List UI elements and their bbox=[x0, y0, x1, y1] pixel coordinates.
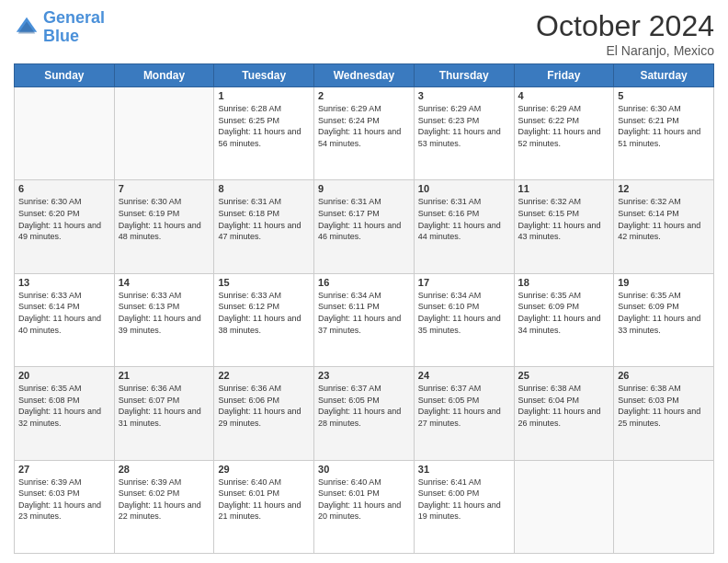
day-info: Sunrise: 6:35 AM Sunset: 6:09 PM Dayligh… bbox=[618, 290, 710, 336]
day-number: 11 bbox=[518, 183, 610, 194]
calendar-day-cell: 24Sunrise: 6:37 AM Sunset: 6:05 PM Dayli… bbox=[414, 367, 514, 460]
day-number: 20 bbox=[18, 370, 110, 381]
day-info: Sunrise: 6:34 AM Sunset: 6:11 PM Dayligh… bbox=[318, 290, 410, 336]
day-info: Sunrise: 6:41 AM Sunset: 6:00 PM Dayligh… bbox=[418, 477, 510, 523]
calendar-day-cell: 4Sunrise: 6:29 AM Sunset: 6:22 PM Daylig… bbox=[514, 87, 614, 180]
weekday-header: Wednesday bbox=[314, 64, 415, 87]
calendar-day-cell: 31Sunrise: 6:41 AM Sunset: 6:00 PM Dayli… bbox=[414, 460, 514, 553]
day-number: 29 bbox=[218, 464, 310, 475]
day-info: Sunrise: 6:40 AM Sunset: 6:01 PM Dayligh… bbox=[218, 477, 310, 523]
calendar-day-cell: 21Sunrise: 6:36 AM Sunset: 6:07 PM Dayli… bbox=[114, 367, 214, 460]
day-number: 31 bbox=[418, 464, 510, 475]
logo-blue: Blue bbox=[43, 28, 105, 46]
day-number: 19 bbox=[618, 277, 710, 288]
weekday-header: Monday bbox=[114, 64, 214, 87]
day-info: Sunrise: 6:36 AM Sunset: 6:06 PM Dayligh… bbox=[218, 383, 310, 429]
day-number: 8 bbox=[218, 183, 310, 194]
title-block: October 2024 El Naranjo, Mexico bbox=[536, 9, 714, 58]
day-number: 23 bbox=[318, 370, 410, 381]
day-info: Sunrise: 6:35 AM Sunset: 6:09 PM Dayligh… bbox=[518, 290, 610, 336]
day-number: 14 bbox=[119, 277, 210, 288]
weekday-header: Friday bbox=[514, 64, 614, 87]
day-info: Sunrise: 6:32 AM Sunset: 6:14 PM Dayligh… bbox=[618, 196, 710, 242]
day-number: 7 bbox=[119, 183, 210, 194]
calendar-day-cell: 3Sunrise: 6:29 AM Sunset: 6:23 PM Daylig… bbox=[414, 87, 514, 180]
calendar-day-cell: 30Sunrise: 6:40 AM Sunset: 6:01 PM Dayli… bbox=[314, 460, 415, 553]
day-info: Sunrise: 6:30 AM Sunset: 6:19 PM Dayligh… bbox=[119, 196, 210, 242]
day-info: Sunrise: 6:37 AM Sunset: 6:05 PM Dayligh… bbox=[418, 383, 510, 429]
day-number: 1 bbox=[218, 90, 310, 101]
calendar-day-cell: 26Sunrise: 6:38 AM Sunset: 6:03 PM Dayli… bbox=[614, 367, 714, 460]
day-number: 5 bbox=[618, 90, 710, 101]
day-number: 28 bbox=[119, 464, 210, 475]
day-info: Sunrise: 6:33 AM Sunset: 6:14 PM Dayligh… bbox=[18, 290, 110, 336]
calendar-day-cell: 5Sunrise: 6:30 AM Sunset: 6:21 PM Daylig… bbox=[614, 87, 714, 180]
day-info: Sunrise: 6:40 AM Sunset: 6:01 PM Dayligh… bbox=[318, 477, 410, 523]
day-number: 22 bbox=[218, 370, 310, 381]
day-number: 21 bbox=[119, 370, 210, 381]
calendar-day-cell: 19Sunrise: 6:35 AM Sunset: 6:09 PM Dayli… bbox=[614, 273, 714, 366]
calendar-day-cell bbox=[114, 87, 214, 180]
day-info: Sunrise: 6:39 AM Sunset: 6:02 PM Dayligh… bbox=[119, 477, 210, 523]
calendar-day-cell bbox=[614, 460, 714, 553]
page: General Blue October 2024 El Naranjo, Me… bbox=[0, 0, 728, 563]
weekday-header: Tuesday bbox=[214, 64, 314, 87]
calendar-day-cell: 15Sunrise: 6:33 AM Sunset: 6:12 PM Dayli… bbox=[214, 273, 314, 366]
calendar-week-row: 13Sunrise: 6:33 AM Sunset: 6:14 PM Dayli… bbox=[15, 273, 714, 366]
day-info: Sunrise: 6:33 AM Sunset: 6:12 PM Dayligh… bbox=[218, 290, 310, 336]
calendar-day-cell: 7Sunrise: 6:30 AM Sunset: 6:19 PM Daylig… bbox=[114, 180, 214, 273]
calendar-day-cell: 6Sunrise: 6:30 AM Sunset: 6:20 PM Daylig… bbox=[15, 180, 115, 273]
calendar-day-cell: 14Sunrise: 6:33 AM Sunset: 6:13 PM Dayli… bbox=[114, 273, 214, 366]
day-number: 6 bbox=[18, 183, 110, 194]
calendar-week-row: 6Sunrise: 6:30 AM Sunset: 6:20 PM Daylig… bbox=[15, 180, 714, 273]
calendar-day-cell: 28Sunrise: 6:39 AM Sunset: 6:02 PM Dayli… bbox=[114, 460, 214, 553]
day-number: 2 bbox=[318, 90, 410, 101]
calendar-day-cell: 13Sunrise: 6:33 AM Sunset: 6:14 PM Dayli… bbox=[15, 273, 115, 366]
day-info: Sunrise: 6:34 AM Sunset: 6:10 PM Dayligh… bbox=[418, 290, 510, 336]
day-number: 27 bbox=[18, 464, 110, 475]
calendar-day-cell: 1Sunrise: 6:28 AM Sunset: 6:25 PM Daylig… bbox=[214, 87, 314, 180]
month-title: October 2024 bbox=[536, 9, 714, 43]
day-info: Sunrise: 6:37 AM Sunset: 6:05 PM Dayligh… bbox=[318, 383, 410, 429]
day-number: 17 bbox=[418, 277, 510, 288]
day-number: 26 bbox=[618, 370, 710, 381]
calendar-day-cell bbox=[15, 87, 115, 180]
calendar-week-row: 27Sunrise: 6:39 AM Sunset: 6:03 PM Dayli… bbox=[15, 460, 714, 553]
day-number: 12 bbox=[618, 183, 710, 194]
day-info: Sunrise: 6:31 AM Sunset: 6:17 PM Dayligh… bbox=[318, 196, 410, 242]
day-info: Sunrise: 6:35 AM Sunset: 6:08 PM Dayligh… bbox=[18, 383, 110, 429]
calendar-day-cell: 22Sunrise: 6:36 AM Sunset: 6:06 PM Dayli… bbox=[214, 367, 314, 460]
day-info: Sunrise: 6:30 AM Sunset: 6:20 PM Dayligh… bbox=[18, 196, 110, 242]
day-info: Sunrise: 6:39 AM Sunset: 6:03 PM Dayligh… bbox=[18, 477, 110, 523]
calendar-day-cell: 10Sunrise: 6:31 AM Sunset: 6:16 PM Dayli… bbox=[414, 180, 514, 273]
day-number: 30 bbox=[318, 464, 410, 475]
logo-text: General Blue bbox=[43, 9, 105, 46]
day-number: 18 bbox=[518, 277, 610, 288]
day-info: Sunrise: 6:31 AM Sunset: 6:16 PM Dayligh… bbox=[418, 196, 510, 242]
weekday-header: Sunday bbox=[15, 64, 115, 87]
day-number: 4 bbox=[518, 90, 610, 101]
calendar-week-row: 1Sunrise: 6:28 AM Sunset: 6:25 PM Daylig… bbox=[15, 87, 714, 180]
calendar-day-cell: 18Sunrise: 6:35 AM Sunset: 6:09 PM Dayli… bbox=[514, 273, 614, 366]
day-number: 3 bbox=[418, 90, 510, 101]
calendar-day-cell bbox=[514, 460, 614, 553]
day-number: 9 bbox=[318, 183, 410, 194]
logo-general: General bbox=[43, 8, 105, 27]
calendar-day-cell: 9Sunrise: 6:31 AM Sunset: 6:17 PM Daylig… bbox=[314, 180, 415, 273]
day-info: Sunrise: 6:31 AM Sunset: 6:18 PM Dayligh… bbox=[218, 196, 310, 242]
logo: General Blue bbox=[14, 9, 105, 46]
location: El Naranjo, Mexico bbox=[536, 43, 714, 58]
day-info: Sunrise: 6:32 AM Sunset: 6:15 PM Dayligh… bbox=[518, 196, 610, 242]
day-number: 16 bbox=[318, 277, 410, 288]
day-number: 25 bbox=[518, 370, 610, 381]
calendar-day-cell: 8Sunrise: 6:31 AM Sunset: 6:18 PM Daylig… bbox=[214, 180, 314, 273]
calendar-day-cell: 20Sunrise: 6:35 AM Sunset: 6:08 PM Dayli… bbox=[15, 367, 115, 460]
calendar-day-cell: 2Sunrise: 6:29 AM Sunset: 6:24 PM Daylig… bbox=[314, 87, 415, 180]
calendar-day-cell: 11Sunrise: 6:32 AM Sunset: 6:15 PM Dayli… bbox=[514, 180, 614, 273]
calendar-table: SundayMondayTuesdayWednesdayThursdayFrid… bbox=[14, 63, 714, 554]
calendar-day-cell: 17Sunrise: 6:34 AM Sunset: 6:10 PM Dayli… bbox=[414, 273, 514, 366]
day-number: 13 bbox=[18, 277, 110, 288]
day-info: Sunrise: 6:38 AM Sunset: 6:03 PM Dayligh… bbox=[618, 383, 710, 429]
day-info: Sunrise: 6:36 AM Sunset: 6:07 PM Dayligh… bbox=[119, 383, 210, 429]
day-info: Sunrise: 6:29 AM Sunset: 6:24 PM Dayligh… bbox=[318, 103, 410, 149]
